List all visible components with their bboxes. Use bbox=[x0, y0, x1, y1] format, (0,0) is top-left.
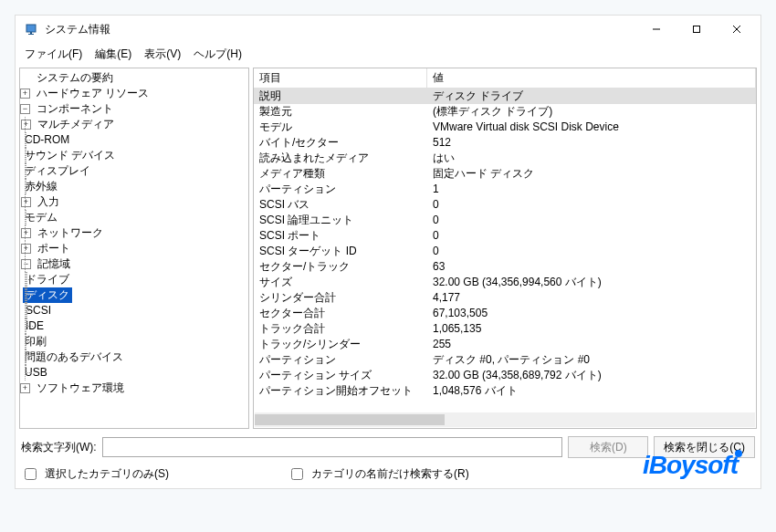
details-row[interactable]: パーティションディスク #0, パーティション #0 bbox=[254, 352, 756, 368]
details-row[interactable]: メディア種類固定ハード ディスク bbox=[254, 166, 756, 182]
details-key: SCSI 論理ユニット bbox=[254, 213, 427, 228]
details-row[interactable]: セクター合計67,103,505 bbox=[254, 306, 756, 321]
details-row[interactable]: SCSI 論理ユニット0 bbox=[254, 213, 756, 228]
collapse-icon[interactable]: − bbox=[20, 104, 30, 114]
tree-item-hardware[interactable]: +ハードウェア リソース bbox=[20, 86, 248, 101]
horizontal-scrollbar[interactable] bbox=[255, 412, 755, 427]
details-key: シリンダー合計 bbox=[254, 290, 427, 306]
tree-item-network[interactable]: +ネットワーク bbox=[20, 225, 248, 241]
tree-item-printing[interactable]: 印刷 bbox=[20, 334, 248, 349]
tree-item-sound[interactable]: サウンド デバイス bbox=[20, 148, 248, 163]
details-value: 0 bbox=[427, 228, 756, 244]
details-key: パーティション サイズ bbox=[254, 368, 427, 383]
search-names-only-label[interactable]: カテゴリの名前だけ検索する(R) bbox=[288, 465, 469, 483]
expand-icon[interactable]: + bbox=[20, 383, 30, 393]
expand-icon[interactable]: + bbox=[21, 197, 31, 207]
svg-rect-4 bbox=[694, 26, 700, 33]
details-key: セクター合計 bbox=[254, 306, 427, 321]
details-key: パーティション bbox=[254, 182, 427, 197]
menubar: ファイル(F) 編集(E) 表示(V) ヘルプ(H) bbox=[16, 43, 760, 68]
details-key: トラック/シリンダー bbox=[254, 337, 427, 352]
tree-item-ide[interactable]: IDE bbox=[20, 318, 248, 334]
details-key: SCSI ポート bbox=[254, 228, 427, 244]
details-row[interactable]: セクター/トラック63 bbox=[254, 259, 756, 275]
tree-item-system-summary[interactable]: システムの要約 bbox=[20, 70, 248, 86]
details-value: 1 bbox=[427, 182, 756, 197]
details-key: 説明 bbox=[254, 89, 427, 104]
tree-item-port[interactable]: +ポート bbox=[20, 241, 248, 256]
details-header: 項目 値 bbox=[254, 68, 756, 89]
details-value: VMware Virtual disk SCSI Disk Device bbox=[427, 120, 756, 135]
expand-icon[interactable]: + bbox=[20, 89, 30, 99]
tree-item-multimedia[interactable]: +マルチメディア bbox=[20, 117, 248, 132]
tree-item-scsi[interactable]: SCSI bbox=[20, 303, 248, 318]
column-header-item[interactable]: 項目 bbox=[254, 68, 427, 88]
maximize-button[interactable] bbox=[676, 16, 717, 43]
tree-item-display[interactable]: ディスプレイ bbox=[20, 163, 248, 179]
close-find-button[interactable]: 検索を閉じる(C) bbox=[654, 436, 755, 458]
expand-icon[interactable]: + bbox=[21, 228, 31, 238]
menu-file[interactable]: ファイル(F) bbox=[19, 45, 88, 64]
system-information-window: システム情報 ファイル(F) 編集(E) 表示(V) ヘルプ(H) システムの要… bbox=[15, 15, 761, 489]
tree-item-drives[interactable]: ドライブ bbox=[20, 272, 248, 287]
find-button[interactable]: 検索(D) bbox=[568, 436, 648, 458]
selected-category-only-label[interactable]: 選択したカテゴリのみ(S) bbox=[21, 465, 169, 483]
search-row: 検索文字列(W): 検索(D) 検索を閉じる(C) bbox=[16, 433, 760, 462]
window-title: システム情報 bbox=[45, 22, 110, 37]
details-value: ディスク #0, パーティション #0 bbox=[427, 352, 756, 368]
minimize-button[interactable] bbox=[636, 16, 676, 43]
details-row[interactable]: 製造元(標準ディスク ドライブ) bbox=[254, 104, 756, 120]
tree-item-input[interactable]: +入力 bbox=[20, 194, 248, 210]
details-value: 63 bbox=[427, 259, 756, 275]
close-button[interactable] bbox=[717, 16, 757, 43]
tree-item-infrared[interactable]: 赤外線 bbox=[20, 179, 248, 194]
details-row[interactable]: SCSI バス0 bbox=[254, 197, 756, 213]
details-value: 1,065,135 bbox=[427, 321, 756, 337]
search-input[interactable] bbox=[102, 437, 563, 457]
tree-item-storage[interactable]: −記憶域 bbox=[20, 256, 248, 272]
details-value: 1,048,576 バイト bbox=[427, 383, 756, 399]
menu-edit[interactable]: 編集(E) bbox=[89, 45, 137, 64]
tree-item-usb[interactable]: USB bbox=[20, 365, 248, 381]
scrollbar-thumb[interactable] bbox=[255, 414, 445, 425]
menu-help[interactable]: ヘルプ(H) bbox=[188, 45, 247, 64]
menu-view[interactable]: 表示(V) bbox=[139, 45, 186, 64]
details-value: 固定ハード ディスク bbox=[427, 166, 756, 182]
tree-item-cdrom[interactable]: CD-ROM bbox=[20, 132, 248, 148]
tree-item-problem[interactable]: 問題のあるデバイス bbox=[20, 349, 248, 365]
tree-item-software[interactable]: +ソフトウェア環境 bbox=[20, 381, 248, 396]
collapse-icon[interactable]: − bbox=[21, 259, 31, 269]
details-row[interactable]: パーティション サイズ32.00 GB (34,358,689,792 バイト) bbox=[254, 368, 756, 383]
details-key: パーティション開始オフセット bbox=[254, 383, 427, 399]
selected-category-only-checkbox[interactable] bbox=[25, 468, 37, 480]
details-row[interactable]: トラック合計1,065,135 bbox=[254, 321, 756, 337]
expand-icon[interactable]: + bbox=[21, 120, 31, 130]
tree-item-components[interactable]: −コンポーネント bbox=[20, 101, 248, 117]
details-row[interactable]: バイト/セクター512 bbox=[254, 135, 756, 151]
search-names-only-checkbox[interactable] bbox=[291, 468, 303, 480]
column-header-value[interactable]: 値 bbox=[427, 68, 756, 88]
svg-rect-1 bbox=[28, 34, 34, 35]
details-pane[interactable]: 項目 値 説明ディスク ドライブ製造元(標準ディスク ドライブ)モデルVMwar… bbox=[253, 68, 757, 429]
details-row[interactable]: パーティション1 bbox=[254, 182, 756, 197]
details-row[interactable]: SCSI ポート0 bbox=[254, 228, 756, 244]
content-area: システムの要約 +ハードウェア リソース −コンポーネント +マルチメディア C… bbox=[16, 68, 760, 433]
details-key: バイト/セクター bbox=[254, 135, 427, 151]
category-tree[interactable]: システムの要約 +ハードウェア リソース −コンポーネント +マルチメディア C… bbox=[19, 68, 249, 429]
details-row[interactable]: サイズ32.00 GB (34,356,994,560 バイト) bbox=[254, 275, 756, 290]
details-value: 67,103,505 bbox=[427, 306, 756, 321]
details-row[interactable]: シリンダー合計4,177 bbox=[254, 290, 756, 306]
svg-rect-0 bbox=[26, 25, 36, 32]
details-row[interactable]: 読み込まれたメディアはい bbox=[254, 151, 756, 166]
details-row[interactable]: SCSI ターゲット ID0 bbox=[254, 244, 756, 259]
details-row[interactable]: トラック/シリンダー255 bbox=[254, 337, 756, 352]
details-key: トラック合計 bbox=[254, 321, 427, 337]
details-row[interactable]: モデルVMware Virtual disk SCSI Disk Device bbox=[254, 120, 756, 135]
details-row[interactable]: 説明ディスク ドライブ bbox=[254, 89, 756, 104]
svg-rect-2 bbox=[30, 32, 32, 34]
expand-icon[interactable]: + bbox=[21, 244, 31, 254]
tree-item-modem[interactable]: モデム bbox=[20, 210, 248, 225]
tree-item-disks[interactable]: ディスク bbox=[20, 287, 248, 303]
details-value: ディスク ドライブ bbox=[427, 89, 756, 104]
details-row[interactable]: パーティション開始オフセット1,048,576 バイト bbox=[254, 383, 756, 399]
